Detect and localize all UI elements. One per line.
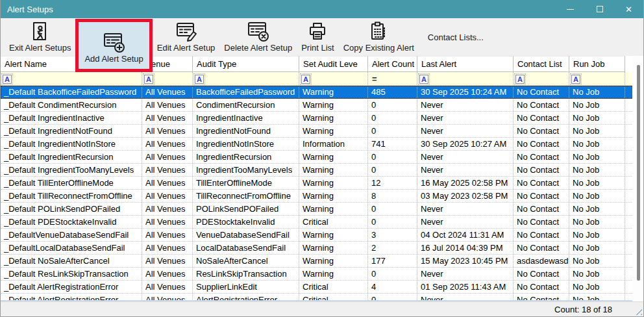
filter-cell[interactable]: A	[193, 72, 299, 85]
toolbar-button-label: Exit Alert Setups	[9, 43, 71, 53]
edit-alert-setup-button[interactable]: Edit Alert Setup	[153, 18, 220, 55]
table-cell: ResLinkSkipTransaction	[193, 268, 299, 280]
close-button[interactable]: ✕	[614, 0, 643, 18]
filter-cell[interactable]: A	[417, 72, 514, 85]
table-cell: 01 Sep 2025 11:43 AM	[417, 281, 514, 293]
contact-lists-button[interactable]: Contact Lists...	[428, 32, 484, 42]
table-cell: Warning	[299, 242, 368, 254]
table-cell: All Venues	[142, 190, 193, 202]
table-row[interactable]: _Default CondimentRecursionAll VenuesCon…	[1, 99, 643, 112]
table-row[interactable]: _Default IngredientNotFoundAll VenuesIng…	[1, 125, 643, 138]
table-cell: _Default TillReconnectFromOffline	[1, 190, 142, 202]
print-list-button[interactable]: Print List	[297, 18, 339, 55]
filter-cell[interactable]: A	[142, 72, 193, 85]
filter-cell[interactable]: A	[514, 72, 569, 85]
table-cell: All Venues	[142, 281, 193, 293]
table-cell: All Venues	[142, 138, 193, 150]
window-title: Alert Setups	[1, 5, 53, 14]
table-row[interactable]: _Default IngredientTooManyLevelsAll Venu…	[1, 164, 643, 177]
exit-alert-setups-button[interactable]: Exit Alert Setups	[5, 18, 75, 55]
table-cell: _Default ResLinkSkipTransaction	[1, 268, 142, 280]
table-row[interactable]: _Default BackofficeFailedPasswordAll Ven…	[1, 86, 643, 99]
table-cell: Never	[417, 268, 514, 280]
column-header[interactable]: Set Audit Leve	[299, 56, 368, 72]
table-cell: 0	[368, 151, 417, 163]
minimize-button[interactable]	[556, 0, 585, 18]
table-cell: No Job	[569, 268, 625, 280]
table-cell: _Default TillEnterOfflineMode	[1, 177, 142, 189]
table-cell: No Job	[569, 281, 625, 293]
table-row[interactable]: _DefaultVenueDatabaseSendFailAll VenuesV…	[1, 229, 643, 242]
table-cell: PDEStocktakeInvalid	[193, 216, 299, 228]
table-cell: 30 Sep 2025 10:24 AM	[417, 86, 514, 98]
text-filter-icon: A	[515, 75, 525, 84]
table-cell: Warning	[299, 125, 368, 137]
table-cell: _Default POLinkSendPOFailed	[1, 203, 142, 215]
table-cell: All Venues	[142, 268, 193, 280]
table-cell: All Venues	[142, 99, 193, 111]
table-cell: No Contact	[514, 203, 569, 215]
table-cell: 16 Jul 2014 04:39 PM	[417, 242, 514, 254]
add-alert-setup-button[interactable]: Add Alert Setup	[75, 19, 152, 72]
table-cell: 741	[368, 138, 417, 150]
column-header[interactable]: Contact List	[514, 56, 569, 72]
scrollbar-thumb[interactable]	[637, 65, 640, 281]
toolbar-button-label: Delete Alert Setup	[224, 43, 292, 53]
table-row[interactable]: _Default IngredientInactiveAll VenuesIng…	[1, 112, 643, 125]
table-cell: All Venues	[142, 177, 193, 189]
table-cell: 8	[368, 190, 417, 202]
table-cell: No Contact	[514, 112, 569, 124]
table-cell: All Venues	[142, 151, 193, 163]
column-header[interactable]: Audit Type	[193, 56, 299, 72]
table-cell: _Default IngredientRecursion	[1, 151, 142, 163]
table-row[interactable]: _Default TillReconnectFromOfflineAll Ven…	[1, 190, 643, 203]
table-row[interactable]: _Default POLinkSendPOFailedAll VenuesPOL…	[1, 203, 643, 216]
table-row[interactable]: _Default ResLinkSkipTransactionAll Venue…	[1, 268, 643, 281]
table-row[interactable]: _Default TillEnterOfflineModeAll VenuesT…	[1, 177, 643, 190]
table-cell: 15 May 2023 10:45 PM	[417, 255, 514, 267]
table-cell: All Venues	[142, 216, 193, 228]
table-cell: No Contact	[514, 294, 569, 301]
table-cell: Warning	[299, 203, 368, 215]
maximize-button[interactable]	[585, 0, 614, 18]
table-cell: 0	[368, 268, 417, 280]
table-row[interactable]: _Default IngredientNotInStoreAll VenuesI…	[1, 138, 643, 151]
table-cell: AlertRegistrationError	[193, 294, 299, 301]
column-header[interactable]: Alert Count	[368, 56, 417, 72]
table-cell: No Contact	[514, 229, 569, 241]
table-cell: SupplierLinkEdit	[193, 281, 299, 293]
table-row[interactable]: _Default PDEStocktakeInvalidAll VenuesPD…	[1, 216, 643, 229]
table-row[interactable]: _Default NoSaleAfterCancelAll VenuesNoSa…	[1, 255, 643, 268]
table-row[interactable]: _DefaultLocalDatabaseSendFailAll VenuesL…	[1, 242, 643, 255]
column-header[interactable]: Last Alert	[417, 56, 514, 72]
table-cell: IngredientNotInStore	[193, 138, 299, 150]
filter-cell[interactable]: A	[1, 72, 142, 85]
resize-grip-icon[interactable]	[635, 308, 642, 315]
table-cell: 30 Sep 2025 10:27 AM	[417, 138, 514, 150]
text-filter-icon: A	[195, 75, 204, 84]
equals-filter-icon: =	[370, 74, 377, 84]
column-header[interactable]: Run Job	[569, 56, 625, 72]
grid-filter-row: AAAA=AAA	[1, 72, 643, 86]
table-row[interactable]: _Default IngredientRecursionAll VenuesIn…	[1, 151, 643, 164]
filter-cell[interactable]: =	[368, 72, 417, 85]
table-cell: 0	[368, 164, 417, 176]
copy-existing-alert-button[interactable]: Copy Existing Alert	[339, 18, 419, 55]
table-cell: _Default AlertRegistrationError	[1, 294, 142, 301]
form-add-icon	[102, 31, 127, 54]
table-cell: Never	[417, 112, 514, 124]
table-cell: Warning	[299, 177, 368, 189]
table-cell: Warning	[299, 99, 368, 111]
table-cell: TillReconnectFromOffline	[193, 190, 299, 202]
delete-alert-setup-button[interactable]: Delete Alert Setup	[219, 18, 297, 55]
printer-icon	[306, 19, 328, 43]
vertical-scrollbar[interactable]	[632, 56, 643, 301]
filter-cell[interactable]: A	[569, 72, 625, 85]
table-cell: _Default PDEStocktakeInvalid	[1, 216, 142, 228]
table-cell: 12	[368, 177, 417, 189]
form-edit-icon	[175, 19, 198, 43]
table-row[interactable]: _Default AlertRegistrationErrorAll Venue…	[1, 294, 643, 301]
table-row[interactable]: _Default AlertRegistrationErrorAll Venue…	[1, 281, 643, 294]
filter-cell[interactable]: A	[299, 72, 368, 85]
table-cell: All Venues	[142, 86, 193, 98]
